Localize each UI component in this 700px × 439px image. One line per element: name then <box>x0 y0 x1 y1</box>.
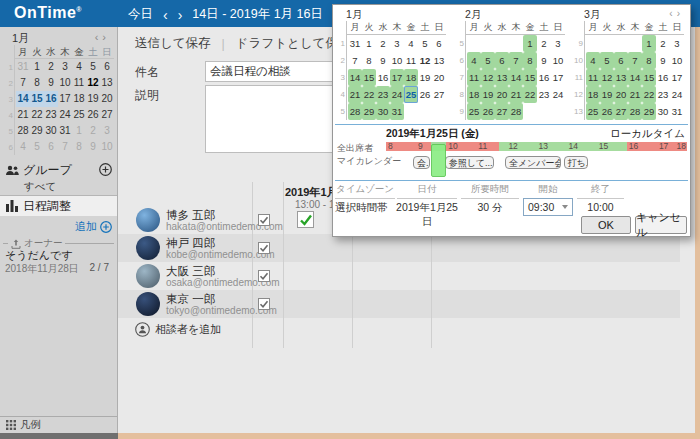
calendar-day[interactable]: 17 <box>670 69 684 86</box>
calendar-day[interactable]: 27 <box>100 107 114 123</box>
calendar-day[interactable]: 6 <box>495 52 509 69</box>
calendar-day[interactable]: 11 <box>586 69 600 86</box>
calendar-day[interactable]: 1 <box>30 59 44 75</box>
calendar-day[interactable]: 4 <box>467 52 481 69</box>
calendar-day[interactable]: 18 <box>467 86 481 103</box>
calendar-day[interactable]: 16 <box>656 69 670 86</box>
legend-button[interactable]: 凡例 <box>0 416 117 433</box>
calendar-day[interactable]: 29 <box>30 123 44 139</box>
calendar-day[interactable]: 10 <box>670 52 684 69</box>
calendar-day[interactable]: 24 <box>670 86 684 103</box>
calendar-day[interactable]: 7 <box>16 75 30 91</box>
attendee-checkbox[interactable] <box>258 270 270 282</box>
add-attendee-button[interactable]: 相談者を追加 <box>135 322 221 337</box>
calendar-event-chip[interactable]: 打ち... <box>564 156 588 169</box>
popup-cal-prev-icon[interactable]: ‹ <box>669 8 676 19</box>
calendar-day[interactable]: 26 <box>418 86 432 103</box>
calendar-day[interactable]: 3 <box>551 35 565 52</box>
prev-range-icon[interactable]: ‹ <box>163 9 168 21</box>
calendar-day[interactable]: 6 <box>44 139 58 155</box>
calendar-day[interactable]: 7 <box>348 52 362 69</box>
calendar-day[interactable]: 11 <box>467 69 481 86</box>
calendar-day[interactable]: 23 <box>376 86 390 103</box>
calendar-day[interactable]: 8 <box>642 52 656 69</box>
calendar-day[interactable]: 11 <box>72 75 86 91</box>
calendar-day[interactable]: 25 <box>404 86 418 103</box>
mini-cal-next-icon[interactable]: › <box>102 31 110 43</box>
calendar-day[interactable]: 30 <box>376 103 390 120</box>
calendar-day[interactable]: 14 <box>16 91 30 107</box>
calendar-day[interactable]: 10 <box>551 52 565 69</box>
vote-checkbox[interactable] <box>297 211 314 228</box>
calendar-day[interactable]: 9 <box>537 52 551 69</box>
calendar-day[interactable]: 27 <box>614 103 628 120</box>
calendar-day[interactable]: 19 <box>481 86 495 103</box>
calendar-day[interactable]: 24 <box>58 107 72 123</box>
calendar-day[interactable]: 12 <box>481 69 495 86</box>
popup-cal-next-icon[interactable]: › <box>677 8 684 19</box>
calendar-day[interactable]: 18 <box>586 86 600 103</box>
calendar-day[interactable]: 25 <box>72 107 86 123</box>
calendar-day[interactable]: 10 <box>100 139 114 155</box>
calendar-day[interactable]: 3 <box>100 123 114 139</box>
calendar-day[interactable]: 10 <box>58 75 72 91</box>
calendar-day[interactable]: 2 <box>656 35 670 52</box>
calendar-day[interactable]: 14 <box>509 69 523 86</box>
today-button[interactable]: 今日 <box>128 6 153 23</box>
owner-entry-name[interactable]: そうだんです <box>5 248 73 263</box>
calendar-day[interactable]: 23 <box>537 86 551 103</box>
calendar-day[interactable]: 2 <box>44 59 58 75</box>
calendar-day[interactable]: 19 <box>86 91 100 107</box>
calendar-day[interactable]: 31 <box>670 103 684 120</box>
calendar-day[interactable]: 28 <box>628 103 642 120</box>
calendar-day[interactable]: 12 <box>86 75 100 91</box>
attendee-checkbox[interactable] <box>258 242 270 254</box>
calendar-day[interactable]: 31 <box>16 59 30 75</box>
calendar-day[interactable]: 17 <box>58 91 72 107</box>
calendar-day[interactable]: 5 <box>30 139 44 155</box>
calendar-day[interactable]: 20 <box>432 69 446 86</box>
calendar-day[interactable]: 15 <box>523 69 537 86</box>
calendar-day[interactable]: 9 <box>376 52 390 69</box>
calendar-day[interactable]: 17 <box>551 69 565 86</box>
start-time-select[interactable]: 09:30 <box>523 198 573 216</box>
calendar-day[interactable]: 2 <box>537 35 551 52</box>
calendar-day[interactable]: 4 <box>16 139 30 155</box>
calendar-day[interactable]: 9 <box>656 52 670 69</box>
calendar-day[interactable]: 24 <box>390 86 404 103</box>
calendar-day[interactable]: 21 <box>16 107 30 123</box>
calendar-day[interactable]: 9 <box>86 139 100 155</box>
selected-timeslot-handle[interactable] <box>431 144 446 177</box>
add-schedule-link[interactable]: 追加 <box>0 219 117 234</box>
calendar-day[interactable]: 16 <box>44 91 58 107</box>
calendar-day[interactable]: 12 <box>418 52 432 69</box>
calendar-day[interactable]: 16 <box>376 69 390 86</box>
calendar-day[interactable]: 8 <box>30 75 44 91</box>
calendar-day[interactable]: 24 <box>551 86 565 103</box>
calendar-day[interactable]: 31 <box>390 103 404 120</box>
calendar-day[interactable]: 4 <box>586 52 600 69</box>
calendar-day[interactable]: 4 <box>72 59 86 75</box>
calendar-day[interactable]: 21 <box>628 86 642 103</box>
send-save-button[interactable]: 送信して保存 <box>135 35 211 52</box>
calendar-day[interactable]: 29 <box>642 103 656 120</box>
calendar-day[interactable]: 28 <box>348 103 362 120</box>
calendar-day[interactable]: 22 <box>30 107 44 123</box>
calendar-day[interactable]: 8 <box>523 52 537 69</box>
calendar-day[interactable]: 5 <box>481 52 495 69</box>
calendar-day[interactable]: 15 <box>362 69 376 86</box>
calendar-day[interactable]: 7 <box>628 52 642 69</box>
calendar-day[interactable]: 8 <box>72 139 86 155</box>
calendar-day[interactable]: 13 <box>614 69 628 86</box>
calendar-day[interactable]: 19 <box>600 86 614 103</box>
calendar-day[interactable]: 10 <box>390 52 404 69</box>
calendar-day[interactable]: 6 <box>100 59 114 75</box>
calendar-day[interactable]: 20 <box>495 86 509 103</box>
calendar-day[interactable]: 16 <box>537 69 551 86</box>
calendar-day[interactable]: 20 <box>614 86 628 103</box>
calendar-day[interactable]: 12 <box>600 69 614 86</box>
calendar-day[interactable]: 26 <box>86 107 100 123</box>
calendar-day[interactable]: 25 <box>467 103 481 120</box>
calendar-day[interactable]: 1 <box>523 35 537 52</box>
calendar-day[interactable]: 28 <box>509 103 523 120</box>
